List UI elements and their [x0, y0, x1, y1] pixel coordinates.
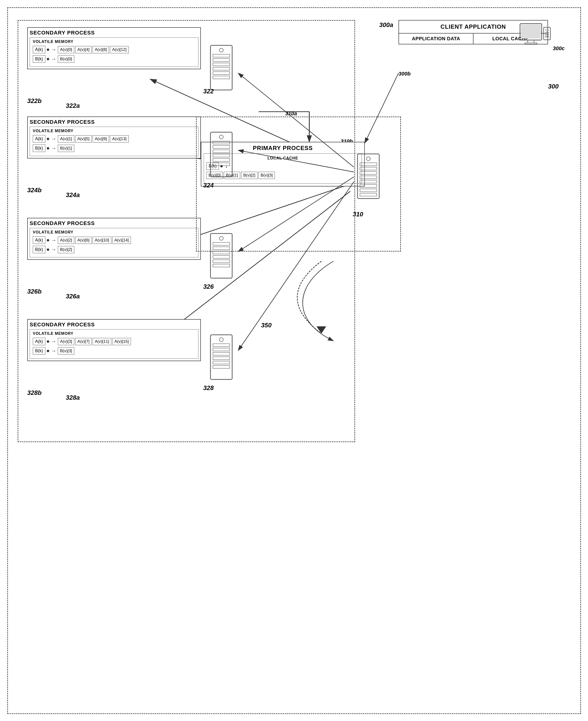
server-icon-322 — [206, 44, 237, 94]
sp326-av10: A(v)[10] — [92, 236, 111, 244]
sp326-vm-title: VOLATILE MEMORY — [33, 230, 195, 234]
sp324-av13: A(v)[13] — [110, 135, 129, 143]
sp322-bk-row: B(k) → B(v)[0] — [33, 55, 195, 63]
sp324-av1: A(v)[1] — [58, 135, 74, 143]
label-350: 350 — [261, 322, 271, 329]
sp322-ak-arrow: → — [51, 46, 57, 53]
sp328-vm: VOLATILE MEMORY A(k) → A(v)[3] A(v)[7] A… — [30, 329, 198, 359]
svg-point-59 — [219, 338, 223, 342]
sp322-av0: A(v)[0] — [58, 46, 74, 53]
sp322-ak-key: A(k) — [33, 46, 45, 53]
svg-rect-12 — [525, 43, 537, 44]
sp328-ak-row: A(k) → A(v)[3] A(v)[7] A(v)[11] A(v)[15] — [33, 338, 195, 345]
svg-point-14 — [546, 29, 548, 32]
svg-rect-32 — [213, 63, 230, 66]
svg-rect-61 — [213, 348, 230, 351]
sp324-bk-key: B(k) — [33, 144, 45, 152]
sp326-ak-row: A(k) → A(v)[2] A(v)[6] A(v)[10] A(v)[14] — [33, 236, 195, 244]
sp328-ak-dot — [47, 341, 49, 343]
primary-group-box — [196, 117, 401, 252]
label-322a: 322a — [66, 102, 80, 109]
sp322-vm: VOLATILE MEMORY A(k) → A(v)[0] A(v)[4] A… — [30, 37, 198, 67]
sp322-av4: A(v)[4] — [75, 46, 91, 53]
sp326-ak-key: A(k) — [33, 236, 45, 244]
sp322-bk-key: B(k) — [33, 55, 45, 63]
label-300a: 300a — [379, 21, 393, 29]
sp324-ak-arrow: → — [51, 136, 57, 142]
label-300c: 300c — [553, 45, 565, 52]
secondary-process-326: SECONDARY PROCESS VOLATILE MEMORY A(k) →… — [27, 218, 201, 260]
svg-rect-13 — [544, 27, 550, 40]
secondary-process-322: SECONDARY PROCESS VOLATILE MEMORY A(k) →… — [27, 27, 201, 69]
label-324b: 324b — [27, 186, 41, 194]
svg-rect-35 — [213, 76, 230, 79]
sp324-ak-row: A(k) → A(v)[1] A(v)[5] A(v)[9] A(v)[13] — [33, 135, 195, 143]
sp322-ak-dot — [47, 48, 49, 51]
sp326-ak-arrow: → — [51, 237, 57, 243]
sp326-av2: A(v)[2] — [58, 236, 74, 244]
sp326-ak-dot — [47, 239, 49, 242]
sp324-vm: VOLATILE MEMORY A(k) → A(v)[1] A(v)[5] A… — [30, 127, 198, 156]
secondary-process-328: SECONDARY PROCESS VOLATILE MEMORY A(k) →… — [27, 319, 201, 361]
svg-rect-55 — [213, 255, 230, 258]
svg-rect-57 — [213, 264, 230, 267]
sp324-bk-arrow: → — [51, 145, 57, 151]
sp324-bk-dot — [47, 147, 49, 149]
sp328-bv3: B(v)[3] — [58, 347, 74, 355]
svg-rect-34 — [213, 71, 230, 75]
sp328-bk-key: B(k) — [33, 347, 45, 355]
sp322-bk-dot — [47, 58, 49, 60]
svg-rect-62 — [213, 352, 230, 355]
sp324-vm-title: VOLATILE MEMORY — [33, 129, 195, 133]
sp326-av6: A(v)[6] — [75, 236, 91, 244]
sp322-av12: A(v)[12] — [110, 46, 129, 53]
label-326b: 326b — [27, 288, 41, 295]
svg-rect-65 — [213, 366, 230, 368]
server-icon-328 — [206, 334, 237, 383]
sp328-title: SECONDARY PROCESS — [30, 322, 198, 328]
svg-rect-56 — [213, 260, 230, 263]
svg-rect-63 — [213, 357, 230, 360]
svg-rect-10 — [521, 25, 541, 39]
label-326a: 326a — [66, 293, 80, 300]
svg-rect-60 — [213, 344, 230, 347]
client-app-data: APPLICATION DATA — [399, 34, 474, 44]
svg-rect-64 — [213, 361, 230, 364]
sp324-title: SECONDARY PROCESS — [30, 119, 198, 125]
sp326-bk-dot — [47, 248, 49, 251]
sp322-bk-arrow: → — [51, 56, 57, 62]
sp326-title: SECONDARY PROCESS — [30, 220, 198, 227]
sp322-ak-row: A(k) → A(v)[0] A(v)[4] A(v)[8] A(v)[12] — [33, 46, 195, 53]
svg-rect-30 — [213, 54, 230, 57]
sp328-bk-row: B(k) → B(v)[3] — [33, 347, 195, 355]
sp322-vm-title: VOLATILE MEMORY — [33, 40, 195, 44]
label-326: 326 — [203, 283, 214, 290]
sp324-bv1: B(v)[1] — [58, 145, 74, 152]
label-300b: 300b — [399, 71, 411, 77]
sp328-ak-key: A(k) — [33, 338, 45, 345]
sp324-av5: A(v)[5] — [75, 135, 91, 143]
sp328-bk-arrow: → — [51, 348, 57, 354]
label-324a: 324a — [66, 191, 80, 199]
sp326-bk-key: B(k) — [33, 246, 45, 253]
svg-rect-15 — [545, 33, 549, 33]
svg-rect-11 — [528, 40, 534, 43]
sp328-vm-title: VOLATILE MEMORY — [33, 331, 195, 336]
sp322-title: SECONDARY PROCESS — [30, 30, 198, 36]
svg-rect-33 — [213, 67, 230, 70]
label-300: 300 — [548, 83, 559, 90]
label-328: 328 — [203, 384, 214, 392]
diagram-container: 300a CLIENT APPLICATION APPLICATION DATA… — [7, 7, 581, 714]
sp324-bk-row: B(k) → B(v)[1] — [33, 144, 195, 152]
svg-rect-16 — [545, 35, 549, 35]
sp324-av9: A(v)[9] — [92, 135, 109, 143]
svg-rect-17 — [545, 37, 549, 37]
label-322: 322 — [203, 87, 214, 95]
sp328-av15: A(v)[15] — [112, 338, 131, 345]
sp328-av11: A(v)[11] — [92, 338, 111, 345]
label-328b: 328b — [27, 389, 41, 396]
computer-icon-300 — [518, 22, 551, 52]
sp328-ak-arrow: → — [51, 338, 57, 345]
svg-point-29 — [219, 48, 223, 52]
sp324-ak-key: A(k) — [33, 135, 45, 143]
